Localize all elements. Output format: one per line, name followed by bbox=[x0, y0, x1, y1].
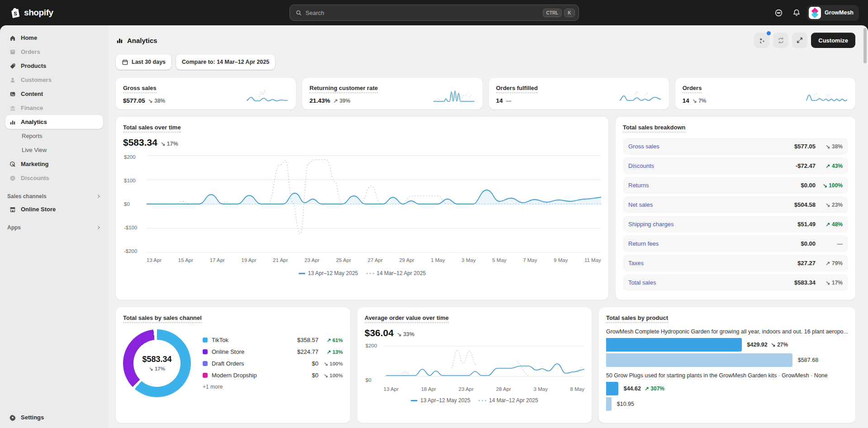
finance-bank-icon bbox=[9, 105, 16, 112]
sales-channel-donut: $583.34 ↘ 17% bbox=[123, 329, 191, 397]
breakdown-row: Taxes$27.27↗ 79% bbox=[623, 255, 848, 271]
search-input[interactable]: Search CTRL K bbox=[289, 5, 579, 21]
store-name: GrowMesh bbox=[825, 10, 854, 16]
card-title-link[interactable]: Average order value over time bbox=[365, 314, 449, 323]
metric-card-orders: Orders 14↘ 7% bbox=[675, 78, 855, 109]
breakdown-row: Total sales$583.34↘ 17% bbox=[623, 274, 848, 291]
legend-dots-swatch bbox=[366, 273, 374, 274]
sidebar-item-finance[interactable]: Finance bbox=[5, 101, 103, 115]
assistant-button[interactable] bbox=[771, 5, 786, 20]
gear-icon bbox=[9, 414, 16, 421]
topbar: S shopify Search CTRL K GrowMesh bbox=[0, 0, 868, 25]
refresh-cycle-button[interactable] bbox=[773, 33, 788, 48]
sidebar-item-settings[interactable]: Settings bbox=[5, 410, 103, 424]
kbd-ctrl: CTRL bbox=[543, 9, 562, 17]
metric-title-link[interactable]: Gross sales bbox=[123, 85, 157, 93]
expand-button[interactable] bbox=[792, 33, 807, 48]
sidebar-label: Online Store bbox=[21, 206, 56, 213]
card-title-link[interactable]: Total sales over time bbox=[123, 124, 181, 133]
total-sales-value: $583.34↘ 17% bbox=[123, 137, 601, 148]
sidebar-item-content[interactable]: Content bbox=[5, 87, 103, 101]
sidebar-item-reports[interactable]: Reports bbox=[5, 129, 103, 143]
sales-row: Total sales over time $583.34↘ 17% $200$… bbox=[116, 117, 855, 300]
sidebar-label: Home bbox=[21, 34, 37, 41]
chart-legend: 13 Apr–12 May 2025 14 Mar–12 Apr 2025 bbox=[123, 270, 601, 276]
breakdown-link[interactable]: Discounts bbox=[628, 162, 796, 169]
channel-legend: TikTok$358.57↗ 61% Online Store$224.77↗ … bbox=[203, 337, 343, 390]
sidebar-item-customers[interactable]: Customers bbox=[5, 73, 103, 87]
metric-title-link[interactable]: Returning customer rate bbox=[309, 85, 378, 93]
metric-title-link[interactable]: Orders fulfilled bbox=[496, 85, 538, 93]
sidebar-item-marketing[interactable]: Marketing bbox=[5, 157, 103, 171]
bar-current-fill bbox=[606, 338, 742, 352]
sidebar-item-online-store[interactable]: Online Store bbox=[5, 202, 103, 216]
customize-button[interactable]: Customize bbox=[811, 33, 855, 48]
online-store-icon bbox=[9, 206, 16, 213]
channel-row: TikTok$358.57↗ 61% bbox=[203, 337, 343, 343]
aov-value: $36.04↘ 33% bbox=[365, 328, 584, 338]
bar-previous: $10.95 bbox=[606, 397, 848, 411]
sidebar-item-live-view[interactable]: Live View bbox=[5, 143, 103, 157]
sidebar-label: Analytics bbox=[21, 119, 47, 125]
orders-icon bbox=[9, 48, 16, 56]
breakdown-row: Shipping charges$51.49↗ 48% bbox=[623, 216, 848, 233]
breakdown-link[interactable]: Taxes bbox=[628, 260, 797, 266]
metric-delta: ↘ 7% bbox=[693, 98, 707, 104]
page-header: Analytics Customize bbox=[116, 33, 855, 48]
y-axis: $200$0 bbox=[365, 343, 384, 383]
channel-swatch bbox=[203, 373, 208, 378]
breakdown-link[interactable]: Net sales bbox=[628, 201, 794, 208]
sidebar-item-products[interactable]: Products bbox=[5, 59, 103, 73]
sidebar-item-analytics[interactable]: Analytics bbox=[5, 115, 103, 129]
sparkline-chart bbox=[805, 88, 848, 104]
breakdown-row: Return fees$0.00— bbox=[623, 235, 848, 252]
sidebar-label: Reports bbox=[22, 133, 43, 139]
breakdown-link[interactable]: Total sales bbox=[628, 279, 794, 286]
vertical-scrollbar-thumb[interactable] bbox=[863, 28, 867, 63]
card-title-link[interactable]: Total sales breakdown bbox=[623, 124, 685, 133]
channel-body: $583.34 ↘ 17% TikTok$358.57↗ 61% Online … bbox=[123, 329, 343, 397]
metric-title-link[interactable]: Orders bbox=[683, 85, 702, 93]
x-axis: 13 Apr15 Apr17 Apr19 Apr21 Apr23 Apr25 A… bbox=[147, 257, 601, 263]
notifications-button[interactable] bbox=[789, 5, 804, 20]
cycle-icon bbox=[777, 37, 785, 44]
bell-icon bbox=[792, 9, 801, 17]
apps-section: Apps bbox=[7, 224, 101, 231]
sidebar-item-home[interactable]: Home bbox=[5, 31, 103, 45]
legend-dots-swatch bbox=[479, 400, 486, 401]
sidebar-label: Products bbox=[21, 62, 46, 69]
customers-icon bbox=[9, 76, 16, 84]
sidebar-label: Live View bbox=[22, 147, 47, 153]
breakdown-link[interactable]: Shipping charges bbox=[628, 221, 797, 228]
marketing-icon bbox=[9, 161, 16, 168]
sidebar-item-orders[interactable]: Orders bbox=[5, 45, 103, 59]
more-channels-link[interactable]: +1 more bbox=[203, 384, 343, 390]
kbd-k: K bbox=[564, 9, 574, 17]
chevron-right-icon[interactable] bbox=[96, 225, 101, 230]
expand-icon bbox=[796, 37, 803, 44]
total-sales-delta: ↘ 17% bbox=[161, 141, 178, 147]
breakdown-link[interactable]: Gross sales bbox=[628, 143, 794, 150]
ai-insights-button[interactable] bbox=[754, 33, 769, 48]
breakdown-row: Gross sales$577.05↘ 38% bbox=[623, 138, 848, 155]
products-tag-icon bbox=[9, 62, 16, 70]
date-range-button[interactable]: Last 30 days bbox=[116, 54, 171, 70]
channel-swatch bbox=[203, 361, 208, 366]
breakdown-link[interactable]: Returns bbox=[628, 182, 801, 189]
store-menu[interactable]: GrowMesh bbox=[807, 5, 859, 21]
sales-channels-heading: Sales channels bbox=[7, 193, 47, 200]
chart-legend: 13 Apr–12 May 2025 14 Mar–12 Apr 2025 bbox=[365, 397, 584, 404]
notification-dot bbox=[767, 31, 771, 35]
product-item: 50 Grow Plugs used for starting plants i… bbox=[606, 372, 848, 411]
search-placeholder: Search bbox=[306, 10, 541, 16]
breakdown-link[interactable]: Return fees bbox=[628, 240, 801, 247]
filter-row: Last 30 days Compare to: 14 Mar–12 Apr 2… bbox=[116, 54, 855, 70]
chevron-right-icon[interactable] bbox=[96, 194, 101, 199]
donut-center: $583.34 ↘ 17% bbox=[133, 340, 180, 387]
svg-text:S: S bbox=[14, 11, 17, 16]
card-title-link[interactable]: Total sales by sales channel bbox=[123, 314, 202, 323]
shopify-admin-analytics: S shopify Search CTRL K GrowMesh bbox=[0, 0, 868, 428]
sidebar-item-discounts[interactable]: Discounts bbox=[5, 171, 103, 185]
compare-button[interactable]: Compare to: 14 Mar–12 Apr 2025 bbox=[176, 54, 275, 70]
card-title-link[interactable]: Total sales by product bbox=[606, 314, 668, 323]
